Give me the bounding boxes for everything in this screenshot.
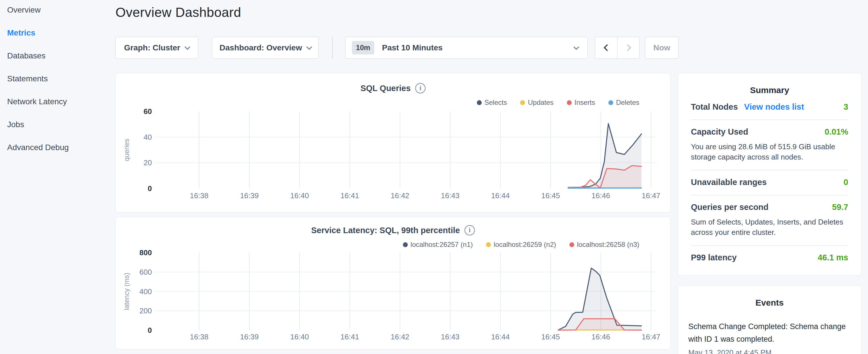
svg-text:16:38: 16:38 (190, 332, 208, 341)
summary-row-value: 46.1 ms (818, 253, 848, 262)
sidebar-item-network-latency[interactable]: Network Latency (7, 96, 116, 108)
dashboard-controls: Graph: Cluster Dashboard: Overview 10m P… (116, 37, 679, 59)
sidebar-item-statements[interactable]: Statements (7, 73, 116, 85)
chevron-down-icon (574, 44, 579, 50)
summary-panel: Summary Total Nodes View nodes list 3 Ca… (678, 73, 861, 276)
svg-text:16:38: 16:38 (190, 191, 208, 200)
svg-text:16:44: 16:44 (491, 332, 510, 341)
summary-row-description: Sum of Selects, Updates, Inserts, and De… (691, 217, 848, 237)
time-range-dropdown[interactable]: 10m Past 10 Minutes (345, 37, 588, 59)
time-range-badge: 10m (352, 41, 374, 55)
summary-row-p99-latency: P99 latency 46.1 ms (691, 246, 848, 270)
svg-text:16:39: 16:39 (240, 332, 259, 341)
svg-text:16:41: 16:41 (340, 332, 359, 341)
sidebar-item-advanced-debug[interactable]: Advanced Debug (7, 141, 116, 154)
summary-row-label: Total Nodes (691, 102, 738, 112)
graph-scope-dropdown[interactable]: Graph: Cluster (116, 37, 198, 59)
service-latency-plot: 16:3816:3916:4016:4116:4216:4316:4416:45… (116, 217, 670, 349)
summary-row-queries-per-second: Queries per second 59.7 Sum of Selects, … (691, 195, 848, 246)
svg-text:40: 40 (144, 133, 152, 141)
controls-divider (332, 37, 333, 59)
svg-text:16:47: 16:47 (642, 191, 660, 200)
summary-row-label: Capacity Used (691, 127, 748, 137)
svg-text:16:45: 16:45 (541, 191, 560, 200)
svg-text:20: 20 (144, 158, 152, 167)
chevron-down-icon (306, 44, 312, 50)
svg-text:queries: queries (123, 139, 130, 161)
svg-text:16:46: 16:46 (591, 332, 610, 341)
svg-text:16:43: 16:43 (441, 332, 459, 341)
sql-queries-chart-panel: SQL Queries i Selects Updates Inserts De… (116, 73, 671, 213)
events-panel: Events Schema Change Completed: Schema c… (678, 286, 861, 354)
svg-text:16:43: 16:43 (441, 191, 459, 200)
sql-queries-plot: 16:3816:3916:4016:4116:4216:4316:4416:45… (116, 73, 670, 212)
now-button[interactable]: Now (645, 37, 679, 59)
view-nodes-list-link[interactable]: View nodes list (744, 102, 804, 112)
events-title: Events (688, 286, 851, 308)
summary-row-value: 0 (844, 178, 848, 187)
sidebar-item-jobs[interactable]: Jobs (7, 119, 116, 131)
summary-row-value: 59.7 (832, 202, 848, 212)
svg-text:16:47: 16:47 (642, 332, 660, 341)
time-next-button[interactable] (617, 37, 639, 58)
summary-row-value: 0.01% (825, 127, 848, 137)
overview-dashboard-page: { "sidebar": { "items": [ { "label": "Ov… (0, 0, 868, 354)
svg-text:0: 0 (148, 326, 152, 334)
summary-row-label: Unavailable ranges (691, 178, 767, 187)
svg-text:16:46: 16:46 (591, 191, 610, 200)
svg-text:latency (ms): latency (ms) (123, 273, 130, 310)
svg-text:16:42: 16:42 (391, 332, 409, 341)
svg-text:16:40: 16:40 (290, 332, 309, 341)
sidebar-item-overview[interactable]: Overview (7, 4, 116, 16)
summary-title: Summary (691, 73, 848, 95)
svg-text:200: 200 (140, 307, 152, 315)
svg-text:16:45: 16:45 (541, 332, 560, 341)
time-prev-button[interactable] (595, 37, 617, 58)
graph-scope-label: Graph: Cluster (124, 43, 180, 53)
summary-row-description: You are using 28.6 MiB of 515.9 GiB usab… (691, 141, 848, 162)
svg-text:800: 800 (140, 248, 152, 257)
svg-text:16:39: 16:39 (240, 191, 259, 200)
summary-row-label: P99 latency (691, 253, 737, 262)
chevron-right-icon (624, 44, 631, 51)
time-range-label: Past 10 Minutes (382, 43, 443, 53)
svg-text:600: 600 (140, 268, 152, 277)
summary-row-label: Queries per second (691, 202, 769, 212)
sidebar-nav: Overview Metrics Databases Statements Ne… (0, 0, 116, 354)
chevron-down-icon (185, 44, 190, 50)
svg-text:16:44: 16:44 (491, 191, 510, 200)
svg-text:400: 400 (140, 287, 152, 296)
chevron-left-icon (603, 44, 610, 51)
summary-row-unavailable-ranges: Unavailable ranges 0 (691, 170, 848, 195)
sidebar-item-databases[interactable]: Databases (7, 50, 116, 62)
sidebar-item-metrics[interactable]: Metrics (7, 27, 116, 39)
service-latency-chart-panel: Service Latency: SQL, 99th percentile i … (116, 217, 671, 349)
svg-text:16:40: 16:40 (290, 191, 309, 200)
svg-text:0: 0 (148, 184, 152, 193)
svg-text:16:42: 16:42 (391, 191, 409, 200)
event-item-text[interactable]: Schema Change Completed: Schema change w… (688, 320, 851, 345)
svg-text:16:41: 16:41 (340, 191, 359, 200)
page-title: Overview Dashboard (116, 5, 241, 20)
summary-row-total-nodes: Total Nodes View nodes list 3 (691, 95, 848, 120)
summary-row-capacity-used: Capacity Used 0.01% You are using 28.6 M… (691, 120, 848, 170)
dashboard-label: Dashboard: Overview (219, 43, 302, 53)
svg-text:60: 60 (144, 107, 152, 116)
dashboard-dropdown[interactable]: Dashboard: Overview (212, 37, 319, 59)
summary-row-value: 3 (844, 102, 848, 112)
event-item-timestamp: May 13, 2020 at 4:45 PM (688, 348, 851, 354)
time-pager (595, 37, 640, 59)
